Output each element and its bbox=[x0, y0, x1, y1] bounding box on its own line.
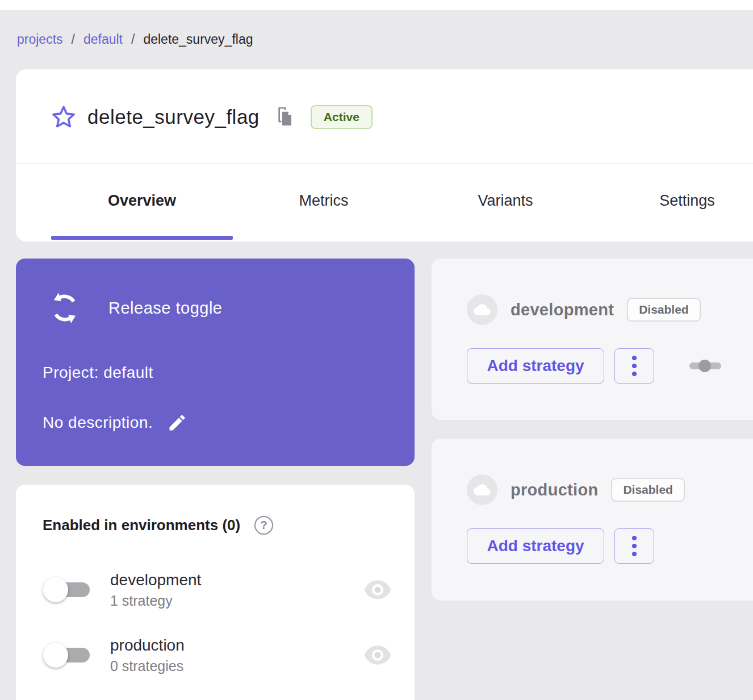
environment-avatar bbox=[467, 294, 497, 325]
enabled-environments-header: Enabled in environments (0) ? bbox=[43, 516, 273, 535]
kebab-icon bbox=[632, 552, 637, 556]
kebab-icon bbox=[632, 356, 637, 360]
cloud-icon bbox=[473, 481, 491, 499]
feature-flag-page: projects / default / delete_survey_flag … bbox=[0, 0, 753, 700]
environment-card-header: production Disabled bbox=[467, 474, 685, 506]
copy-flag-name-button[interactable] bbox=[274, 105, 295, 129]
environment-name: production bbox=[110, 636, 185, 655]
environment-avatar bbox=[467, 474, 497, 505]
favorite-star-button[interactable] bbox=[50, 103, 77, 131]
eye-icon bbox=[363, 644, 392, 666]
flag-project-label: Project: default bbox=[43, 364, 153, 382]
breadcrumb-default-link[interactable]: default bbox=[83, 32, 123, 47]
visibility-eye-button[interactable] bbox=[363, 579, 392, 601]
environment-card-actions: Add strategy bbox=[467, 528, 654, 564]
tab-bar: Overview Metrics Variants Settings bbox=[51, 164, 753, 238]
more-actions-button[interactable] bbox=[614, 528, 654, 564]
status-badge: Active bbox=[311, 105, 373, 129]
copy-icon bbox=[275, 106, 294, 128]
breadcrumb-separator: / bbox=[131, 32, 135, 47]
tab-metrics[interactable]: Metrics bbox=[233, 164, 415, 238]
more-actions-button[interactable] bbox=[614, 348, 654, 384]
flag-type-label: Release toggle bbox=[108, 299, 222, 318]
tab-settings[interactable]: Settings bbox=[596, 164, 753, 238]
environment-row-production: production 0 strategies bbox=[39, 630, 392, 681]
cloud-icon bbox=[473, 301, 491, 319]
flag-description: No description. bbox=[43, 414, 153, 432]
flag-title-row: delete_survey_flag Active bbox=[50, 99, 373, 135]
kebab-icon bbox=[632, 544, 637, 548]
environment-row-development: development 1 strategy bbox=[39, 564, 392, 615]
flag-type-row: Release toggle bbox=[48, 290, 222, 326]
tab-variants[interactable]: Variants bbox=[415, 164, 596, 238]
add-strategy-button[interactable]: Add strategy bbox=[467, 528, 604, 564]
environment-card-name: production bbox=[511, 481, 598, 499]
page-title: delete_survey_flag bbox=[87, 106, 260, 128]
flag-description-row: No description. bbox=[43, 412, 188, 434]
environment-card-development: development Disabled Add strategy bbox=[432, 259, 753, 420]
switch-thumb bbox=[698, 360, 711, 372]
environment-labels: production 0 strategies bbox=[110, 636, 185, 674]
breadcrumb-separator: / bbox=[72, 32, 75, 47]
development-toggle-switch[interactable] bbox=[39, 573, 98, 607]
edit-description-button[interactable] bbox=[166, 412, 188, 434]
add-strategy-button[interactable]: Add strategy bbox=[467, 348, 604, 384]
switch-thumb bbox=[43, 643, 68, 668]
visibility-eye-button[interactable] bbox=[363, 644, 392, 666]
production-toggle-switch[interactable] bbox=[39, 638, 98, 672]
environment-card-actions: Add strategy bbox=[467, 348, 723, 384]
pencil-icon bbox=[167, 413, 187, 433]
environment-enable-switch[interactable] bbox=[687, 357, 723, 374]
environment-card-production: production Disabled Add strategy bbox=[432, 439, 753, 601]
eye-icon bbox=[363, 579, 392, 601]
flag-header-card: delete_survey_flag Active Overview Metri… bbox=[16, 69, 753, 241]
breadcrumb-projects-link[interactable]: projects bbox=[17, 32, 63, 47]
environment-status-badge: Disabled bbox=[627, 298, 701, 322]
kebab-icon bbox=[632, 536, 637, 540]
kebab-icon bbox=[632, 372, 637, 376]
active-tab-indicator bbox=[51, 236, 233, 240]
environment-strategy-count: 1 strategy bbox=[110, 593, 201, 609]
breadcrumb: projects / default / delete_survey_flag bbox=[17, 32, 253, 47]
star-outline-icon bbox=[51, 104, 77, 130]
enabled-environments-panel: Enabled in environments (0) ? developmen… bbox=[16, 485, 415, 700]
breadcrumb-current: delete_survey_flag bbox=[143, 32, 253, 47]
environment-labels: development 1 strategy bbox=[110, 571, 201, 609]
environment-strategy-count: 0 strategies bbox=[110, 658, 185, 674]
enabled-environments-title: Enabled in environments (0) bbox=[43, 516, 240, 534]
kebab-icon bbox=[632, 364, 637, 368]
environment-status-badge: Disabled bbox=[611, 478, 685, 502]
tab-overview[interactable]: Overview bbox=[51, 164, 233, 238]
sync-icon bbox=[48, 290, 81, 326]
help-icon[interactable]: ? bbox=[254, 516, 273, 535]
environment-card-header: development Disabled bbox=[467, 294, 701, 326]
environment-card-name: development bbox=[511, 301, 614, 319]
environment-name: development bbox=[110, 571, 201, 589]
flag-overview-card: Release toggle Project: default No descr… bbox=[16, 259, 415, 466]
switch-thumb bbox=[43, 577, 68, 602]
